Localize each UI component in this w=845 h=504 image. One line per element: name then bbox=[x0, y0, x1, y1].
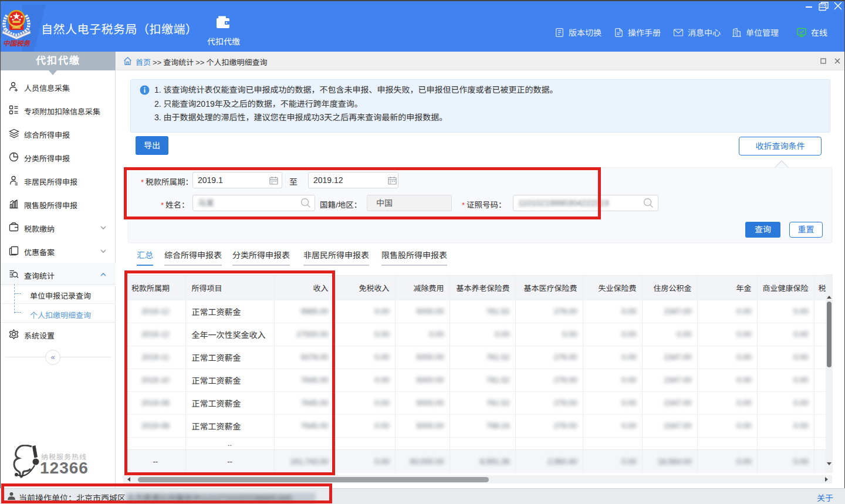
svg-text:中国税务: 中国税务 bbox=[3, 40, 31, 47]
